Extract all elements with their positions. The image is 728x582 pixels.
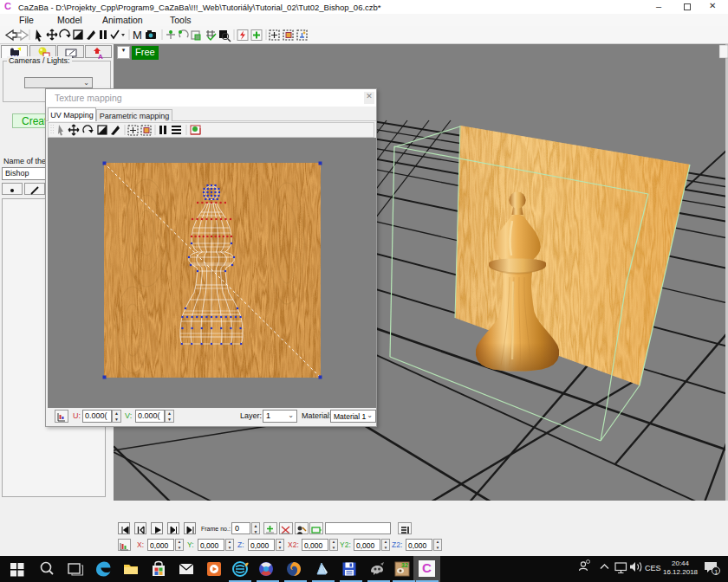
svg-text:M: M	[133, 29, 142, 42]
svg-text:1: 1	[714, 568, 718, 576]
svg-text:A: A	[98, 53, 103, 59]
svg-text:32: 32	[401, 562, 408, 568]
